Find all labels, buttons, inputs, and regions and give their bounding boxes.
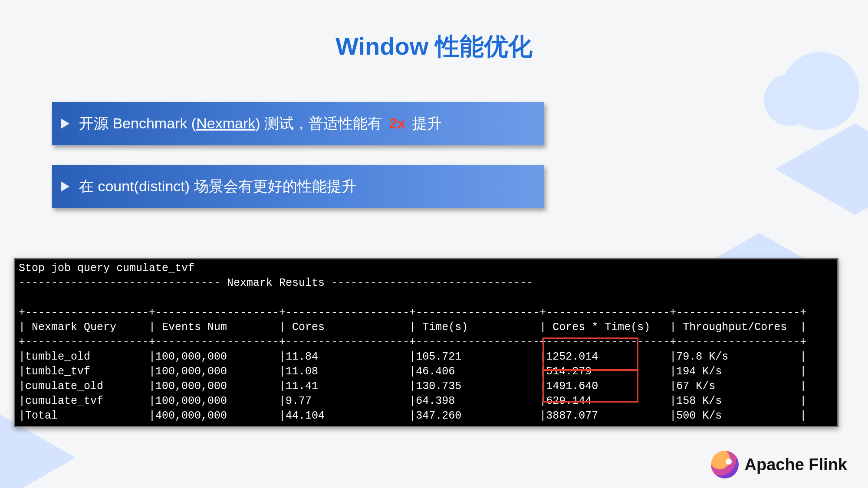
- term-row-4: |Total |400,000,000 |44.104 |347.260 |38…: [19, 409, 806, 422]
- bullet1-post: 提升: [412, 115, 442, 131]
- bullet-arrow-icon: [61, 118, 69, 129]
- flink-logo-icon: [711, 451, 739, 478]
- term-ruler-bot: +-------------------+-------------------…: [19, 424, 806, 427]
- bg-cloud-icon: [764, 52, 868, 130]
- bullet1-highlight: 2x: [389, 115, 405, 131]
- term-row-1: |tumble_tvf |100,000,000 |11.08 |46.406 …: [19, 365, 806, 378]
- page-title: Window 性能优化: [0, 30, 868, 63]
- terminal-output: Stop job query cumulate_tvf ------------…: [14, 258, 838, 427]
- term-row-0: |tumble_old |100,000,000 |11.84 |105.721…: [19, 350, 806, 363]
- term-row-2: |cumulate_old |100,000,000 |11.41 |130.7…: [19, 380, 806, 393]
- term-stopjob: Stop job query cumulate_tvf: [19, 262, 194, 275]
- bullet-arrow-icon: [61, 181, 69, 192]
- term-ruler-mid: +-------------------+-------------------…: [19, 336, 806, 348]
- term-ruler-top: +-------------------+-------------------…: [19, 306, 806, 319]
- bullet1-pre: 开源 Benchmark (: [79, 115, 196, 131]
- bullet-benchmark: 开源 Benchmark (Nexmark) 测试，普适性能有 2x 提升: [52, 102, 544, 145]
- bullet1-link[interactable]: Nexmark: [196, 115, 255, 131]
- bullet-distinct: 在 count(distinct) 场景会有更好的性能提升: [52, 165, 544, 208]
- brand-name: Apache Flink: [745, 455, 848, 474]
- term-row-3: |cumulate_tvf |100,000,000 |9.77 |64.398…: [19, 395, 806, 407]
- bg-cube-right: [775, 124, 868, 215]
- bullet2-text: 在 count(distinct) 场景会有更好的性能提升: [79, 177, 356, 197]
- brand-footer: Apache Flink: [711, 451, 848, 478]
- bullet1-mid: ) 测试，普适性能有: [255, 115, 382, 131]
- term-results-title: ------------------------------- Nexmark …: [19, 277, 533, 289]
- term-columns: | Nexmark Query | Events Num | Cores | T…: [19, 321, 806, 334]
